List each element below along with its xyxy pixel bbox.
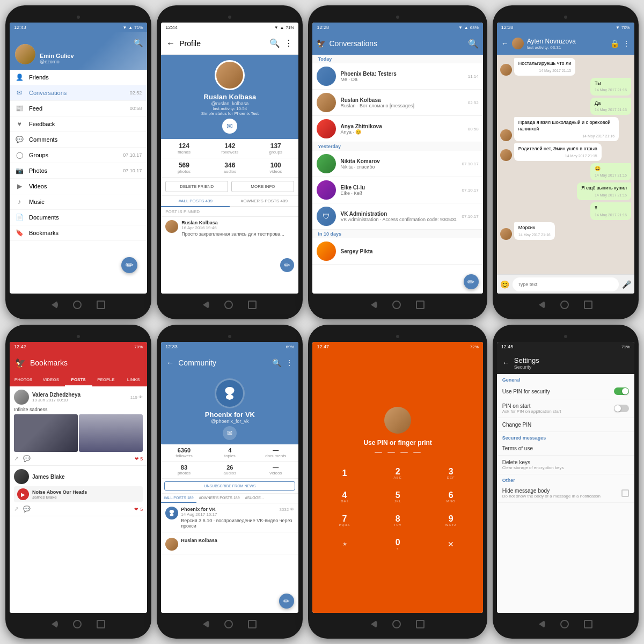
bm-like-1[interactable]: ❤ 5 — [135, 456, 143, 462]
recents-btn-8[interactable] — [584, 620, 592, 628]
settings-item-use-pin[interactable]: Use PIN for security — [497, 384, 634, 399]
settings-item-terms[interactable]: Terms of use — [497, 442, 634, 456]
pin-key-3[interactable]: 3DEF — [441, 464, 460, 483]
profile-message-btn[interactable]: ✉ — [222, 119, 237, 134]
unsubscribe-btn[interactable]: UNSUBSCRIBE FROM NEWS — [164, 481, 295, 491]
back-btn-5[interactable] — [52, 620, 58, 628]
pin-key-4[interactable]: 4GHI — [335, 487, 354, 507]
tab-videos[interactable]: VIDEOS — [37, 374, 64, 386]
bm-like-2[interactable]: ❤ 5 — [134, 507, 143, 512]
back-btn-4[interactable] — [539, 301, 545, 309]
back-btn-3[interactable] — [371, 301, 377, 309]
tab-photos[interactable]: PHOTOS — [10, 374, 37, 386]
tab-owner-posts[interactable]: #OWNER'S POSTS 409 — [230, 196, 298, 206]
back-icon-community[interactable]: ← — [166, 358, 174, 367]
back-btn-1[interactable] — [52, 301, 58, 309]
comm-msg-btn[interactable]: ✉ — [223, 426, 237, 440]
lock-icon-chat[interactable]: 🔒 — [610, 39, 619, 48]
comm-tab-suggest[interactable]: #SUGGE... — [243, 494, 267, 503]
home-btn-3[interactable] — [392, 301, 401, 309]
more-icon-profile[interactable]: ⋮ — [284, 38, 293, 48]
menu-item-bookmarks[interactable]: 🔖 Bookmarks — [10, 225, 147, 241]
bm-play-btn[interactable]: ▶ — [17, 488, 29, 500]
menu-item-groups[interactable]: ◯ Groups 07.10.17 — [10, 148, 147, 163]
attach-icon[interactable]: 😊 — [500, 280, 509, 289]
tab-people[interactable]: PEOPLE — [92, 374, 120, 386]
home-btn-6[interactable] — [224, 620, 233, 628]
back-btn-2[interactable] — [203, 301, 209, 309]
pin-key-1[interactable]: 1 — [335, 464, 354, 483]
pin-key-8[interactable]: 8TUV — [388, 511, 407, 530]
chat-input[interactable] — [513, 277, 619, 291]
more-icon-chat[interactable]: ⋮ — [623, 39, 630, 48]
pin-key-5[interactable]: 5JKL — [388, 487, 407, 507]
menu-item-feedback[interactable]: ♥ Feedback — [10, 116, 147, 132]
conv-item-anya[interactable]: Anya Zhitnikova Anya · 😊 00:58 — [312, 116, 482, 142]
back-btn-7[interactable] — [371, 620, 377, 628]
conv-fab[interactable]: ✏ — [464, 274, 479, 289]
recents-btn-6[interactable] — [248, 620, 257, 628]
more-info-btn[interactable]: MORE INFO — [231, 181, 294, 192]
settings-item-change-pin[interactable]: Change PIN — [497, 418, 634, 432]
recents-btn-5[interactable] — [97, 620, 105, 628]
pin-key-del[interactable]: ✕ — [441, 535, 460, 554]
pin-key-2[interactable]: 2ABC — [388, 464, 407, 483]
comment-icon-1[interactable]: 💬 — [23, 455, 31, 462]
search-icon-1[interactable]: 🔍 — [134, 39, 143, 47]
toggle-pin-start[interactable] — [614, 405, 629, 412]
pin-key-9[interactable]: 9WXYZ — [441, 511, 460, 530]
pin-key-7[interactable]: 7PQRS — [335, 511, 354, 530]
back-icon-settings[interactable]: ← — [502, 358, 510, 367]
back-icon-profile[interactable]: ← — [166, 39, 175, 48]
conv-item-phoenix[interactable]: Phoenix Beta: Testers Me · Da 11:14 — [312, 63, 482, 90]
recents-btn-1[interactable] — [97, 301, 105, 309]
menu-item-friends[interactable]: 👤 Friends — [10, 70, 147, 85]
checkbox-hide-body[interactable] — [621, 489, 629, 497]
home-btn-7[interactable] — [392, 620, 401, 628]
toggle-use-pin[interactable] — [614, 387, 629, 395]
conv-item-sergey[interactable]: Sergey Pikta — [312, 238, 482, 265]
pin-key-0[interactable]: 0+ — [388, 535, 407, 554]
recents-btn-4[interactable] — [584, 301, 592, 309]
search-icon-6[interactable]: 🔍 — [272, 358, 281, 367]
settings-item-delete-keys[interactable]: Delete keys Clear storage of encryption … — [497, 456, 634, 474]
back-btn-8[interactable] — [539, 620, 545, 628]
comment-icon-2[interactable]: 💬 — [23, 506, 31, 513]
menu-item-photos[interactable]: 📷 Photos 07.10.17 — [10, 163, 147, 179]
home-btn-2[interactable] — [224, 301, 233, 309]
recents-btn-2[interactable] — [248, 301, 257, 309]
menu-item-music[interactable]: ♪ Music — [10, 194, 147, 210]
comm-tab-all[interactable]: #ALL POSTS 189 — [161, 494, 196, 503]
home-btn-5[interactable] — [73, 620, 82, 628]
menu-item-conversations[interactable]: ✉ Conversations 02:52 — [10, 85, 147, 101]
settings-item-hide-body[interactable]: Hide message body Do not show the body o… — [497, 484, 634, 503]
pin-key-star[interactable]: ★ — [335, 535, 354, 554]
search-icon-profile[interactable]: 🔍 — [269, 38, 280, 48]
home-btn-1[interactable] — [73, 301, 82, 309]
share-icon-2[interactable]: ↗ — [14, 506, 19, 513]
tab-all-posts[interactable]: #ALL POSTS 439 — [161, 196, 230, 207]
voice-icon[interactable]: 🎤 — [622, 280, 631, 289]
menu-item-feed[interactable]: 📰 Feed 00:58 — [10, 101, 147, 116]
back-btn-6[interactable] — [203, 620, 209, 628]
recents-btn-7[interactable] — [416, 620, 425, 628]
tab-links[interactable]: LINKS — [120, 374, 147, 386]
menu-item-documents[interactable]: 📄 Documents — [10, 210, 147, 225]
menu-item-comments[interactable]: 💬 Comments — [10, 132, 147, 148]
more-icon-6[interactable]: ⋮ — [286, 358, 293, 367]
recents-btn-3[interactable] — [416, 301, 425, 309]
share-icon-1[interactable]: ↗ — [14, 455, 19, 462]
conv-item-vkadmin[interactable]: 🛡 VK Administration VK Administration · … — [312, 203, 482, 230]
back-icon-chat[interactable]: ← — [501, 39, 509, 48]
pin-key-6[interactable]: 6MNO — [441, 487, 460, 507]
home-btn-8[interactable] — [560, 620, 569, 628]
comm-tab-owner[interactable]: #OWNER'S POSTS 189 — [196, 494, 243, 503]
tab-posts[interactable]: POSTS — [65, 374, 92, 386]
search-icon-3[interactable]: 🔍 — [468, 39, 479, 49]
conv-item-eike[interactable]: Eike Ci-lu Eike · Кей 07.10.17 — [312, 177, 482, 203]
conv-item-ruslan[interactable]: Ruslan Kolbasa Ruslan · Вот сломано [mes… — [312, 90, 482, 116]
home-btn-4[interactable] — [560, 301, 569, 309]
conv-item-nikita[interactable]: Nikita Komarov Nikita · спасибо 07.10.17 — [312, 151, 482, 177]
edit-fab-profile[interactable]: ✏ — [280, 258, 294, 272]
menu-item-videos[interactable]: ▶ Videos — [10, 179, 147, 194]
